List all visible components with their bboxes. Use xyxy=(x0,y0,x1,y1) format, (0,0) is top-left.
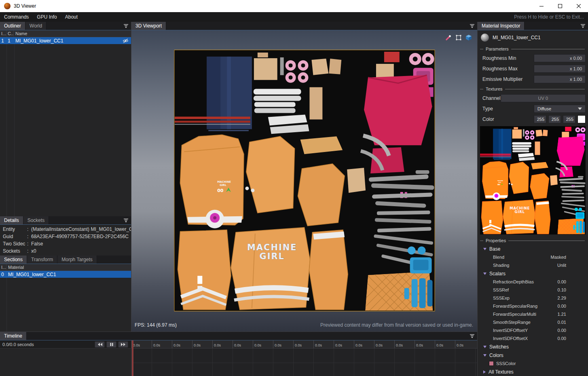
chevron-down-icon xyxy=(483,248,486,250)
column-header-material[interactable]: Material xyxy=(6,265,131,270)
property-row: ForwardSpecularRang 0.00 xyxy=(478,302,588,310)
column-header-count[interactable]: C... xyxy=(6,30,14,37)
tab-transform[interactable]: Transform xyxy=(27,256,57,264)
base-rows: Blend Masked Shading Unlit xyxy=(478,253,588,269)
timeline-time: 0.0/0.0 seconds xyxy=(0,342,34,347)
details-panel: Details Sockets Entity(MaterialInstanceC… xyxy=(0,216,131,256)
scalar-rows: RefractionDepthBias 0.00 SSSRef 0.10 SSS… xyxy=(478,278,588,342)
fast-forward-icon[interactable] xyxy=(118,341,128,348)
group-base[interactable]: Base xyxy=(478,245,588,253)
material-inspector-panel: Material Inspector MI_MG01_lower_CC1 Par… xyxy=(477,22,588,376)
type-value: Diffuse xyxy=(537,106,551,111)
filter-icon[interactable] xyxy=(470,23,475,28)
ssscolor-row[interactable]: SSSColor xyxy=(478,359,588,368)
viewport-toolbar xyxy=(445,34,472,41)
property-row: SSSExp 2.29 xyxy=(478,294,588,302)
timeline-ruler[interactable]: 0.0s 0.0s 0.0s 0.0s 0.0s 0.0s xyxy=(131,340,477,349)
filter-icon[interactable] xyxy=(123,23,129,28)
maximize-icon[interactable] xyxy=(551,0,569,12)
property-row: Blend Masked xyxy=(478,253,588,261)
viewport-column: 3D Viewport xyxy=(131,22,477,332)
app-icon xyxy=(4,3,11,9)
timeline-grid xyxy=(131,349,477,376)
material-header: MI_MG01_lower_CC1 xyxy=(478,30,588,44)
property-row: RefractionDepthBias 0.00 xyxy=(478,278,588,286)
group-scalars[interactable]: Scalars xyxy=(478,269,588,278)
color-swatch[interactable] xyxy=(577,115,586,123)
group-switches[interactable]: Switches xyxy=(478,342,588,351)
section-properties: Properties xyxy=(478,236,588,245)
pause-icon[interactable] xyxy=(106,341,116,348)
row-name: MI_MG01_lower_CC1 xyxy=(14,38,123,44)
close-icon[interactable] xyxy=(569,0,588,12)
tab-details[interactable]: Details xyxy=(0,216,23,224)
viewport-canvas[interactable]: FPS: 144 (6.97 ms) Previewed content may… xyxy=(131,30,477,332)
visibility-off-icon[interactable] xyxy=(123,38,129,43)
tab-3d-viewport[interactable]: 3D Viewport xyxy=(131,22,166,30)
menu-item[interactable]: About xyxy=(61,12,82,22)
pin-icon[interactable] xyxy=(445,34,452,41)
timeline-panel: Timeline 0.0/0.0 seconds xyxy=(0,332,477,376)
app-window: 3D Viewer Commands GPU Info About Press … xyxy=(0,0,588,376)
group-all-textures[interactable]: All Textures xyxy=(478,368,588,376)
menu-item[interactable]: Commands xyxy=(0,12,33,22)
parameter-value-field[interactable]: x 1.00 xyxy=(534,75,586,83)
chevron-down-icon xyxy=(483,272,486,275)
property-row: ForwardSpecularMulti 1.21 xyxy=(478,310,588,318)
color-g-field[interactable]: 255 xyxy=(548,115,561,123)
column-header-index[interactable]: I... xyxy=(0,264,6,270)
timeline-tracks[interactable]: 0.0s 0.0s 0.0s 0.0s 0.0s 0.0s xyxy=(131,340,477,376)
channel-value-field[interactable]: UV 0 xyxy=(501,94,586,102)
outliner-header: I... C... Name xyxy=(0,30,131,37)
filter-icon[interactable] xyxy=(470,334,475,338)
property-row: InvertSDFOffsetY 0.00 xyxy=(478,326,588,334)
group-colors[interactable]: Colors xyxy=(478,351,588,359)
minimize-icon[interactable] xyxy=(532,0,551,12)
timeline-tick: 0.0s xyxy=(455,340,475,348)
sections-header: I... Material xyxy=(0,264,131,271)
type-dropdown[interactable]: Diffuse xyxy=(534,105,586,113)
timeline-tick: 0.0s xyxy=(212,340,233,348)
tab-sockets[interactable]: Sockets xyxy=(23,216,49,224)
outliner-panel: Outliner World I... C... Name xyxy=(0,22,131,216)
timeline-tick: 0.0s xyxy=(313,340,334,348)
color-row: Color 255 255 255 xyxy=(478,114,588,125)
color-b-field[interactable]: 255 xyxy=(563,115,575,123)
uv-frame-icon[interactable] xyxy=(455,34,462,41)
outliner-row[interactable]: 1 1 MI_MG01_lower_CC1 xyxy=(0,37,131,44)
texture-preview[interactable] xyxy=(480,126,586,234)
section-row[interactable]: 0 MI_MG01_lower_CC1 xyxy=(0,271,131,278)
property-row: Shading Unlit xyxy=(478,261,588,269)
ssscolor-swatch[interactable] xyxy=(489,361,494,366)
chevron-down-icon xyxy=(483,346,486,348)
details-tabstrip: Details Sockets xyxy=(0,216,131,225)
window-title: 3D Viewer xyxy=(14,3,36,9)
parameter-value-field[interactable]: x 0.00 xyxy=(534,54,586,62)
rewind-icon[interactable] xyxy=(95,341,105,348)
parameter-value-field[interactable]: x 1.00 xyxy=(534,65,586,73)
filter-icon[interactable] xyxy=(580,23,586,28)
tab-sections[interactable]: Sections xyxy=(0,256,27,264)
tab-timeline[interactable]: Timeline xyxy=(0,332,27,340)
property-row: SmoothStepRange 0.01 xyxy=(478,318,588,326)
tab-material-inspector[interactable]: Material Inspector xyxy=(478,22,525,30)
channel-row: Channel UV 0 xyxy=(478,93,588,104)
filter-icon[interactable] xyxy=(123,218,129,223)
column-header-index[interactable]: I... xyxy=(0,30,6,37)
section-parameters: Parameters xyxy=(478,44,588,53)
playhead[interactable] xyxy=(132,340,133,376)
menu-item[interactable]: GPU Info xyxy=(33,12,61,22)
parameter-row: Emissive Multiplier x 1.00 xyxy=(478,74,588,84)
column-header-name[interactable]: Name xyxy=(14,31,131,36)
tab-world[interactable]: World xyxy=(25,22,47,30)
viewport-tabstrip: 3D Viewport xyxy=(131,22,477,30)
timeline-tick: 0.0s xyxy=(354,340,374,348)
tab-morph-targets[interactable]: Morph Targets xyxy=(57,256,97,264)
exit-hint: Press H to Hide or ESC to Exit... xyxy=(514,14,588,20)
cube-icon[interactable] xyxy=(465,34,472,41)
color-r-field[interactable]: 255 xyxy=(534,115,546,123)
outliner-body: 1 1 MI_MG01_lower_CC1 xyxy=(0,37,131,216)
track-divider xyxy=(131,363,477,363)
tab-outliner[interactable]: Outliner xyxy=(0,22,25,30)
timeline-tick: 0.0s xyxy=(394,340,415,348)
